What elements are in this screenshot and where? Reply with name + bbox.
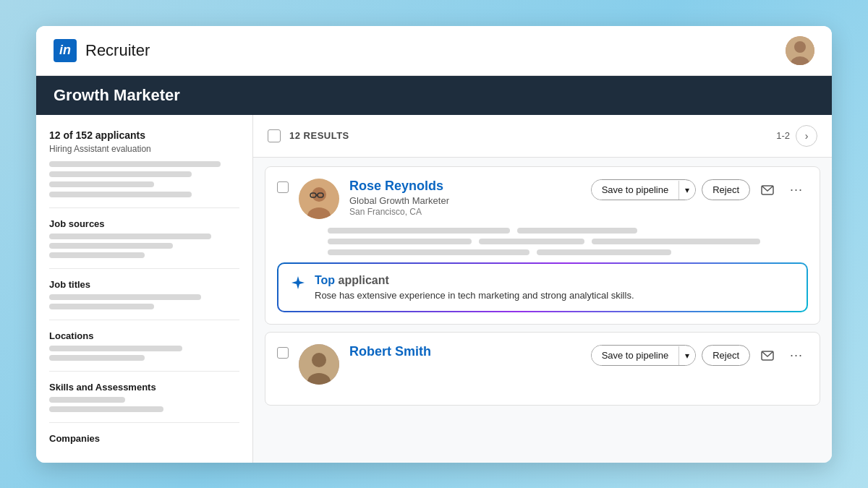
reject-button[interactable]: Reject bbox=[702, 345, 750, 366]
filter-label: Skills and Assessments bbox=[49, 382, 239, 393]
candidate-info: Robert Smith bbox=[349, 344, 581, 359]
reject-button[interactable]: Reject bbox=[702, 179, 750, 200]
content-skeleton bbox=[537, 249, 671, 255]
header-left: in Recruiter bbox=[54, 39, 150, 62]
save-to-pipeline-button[interactable]: Save to pipeline ▾ bbox=[591, 345, 697, 366]
save-pipeline-dropdown[interactable]: ▾ bbox=[678, 346, 695, 365]
svg-point-4 bbox=[312, 187, 326, 202]
candidates-list: Rose Reynolds Global Growth Marketer San… bbox=[253, 158, 832, 414]
skeleton-bar bbox=[49, 171, 192, 177]
applicants-count: 12 of 152 applicants bbox=[49, 129, 239, 141]
candidate-name[interactable]: Rose Reynolds bbox=[349, 179, 581, 194]
results-count: 12 RESULTS bbox=[289, 130, 349, 141]
filter-skeleton bbox=[49, 355, 145, 361]
sidebar-divider bbox=[49, 207, 239, 208]
svg-point-1 bbox=[794, 41, 806, 53]
filter-job-titles: Job titles bbox=[49, 279, 239, 309]
sidebar-divider bbox=[49, 320, 239, 320]
top-word: Top bbox=[315, 274, 335, 286]
results-bar: 12 RESULTS 1-2 › bbox=[253, 115, 832, 158]
hiring-assistant-label: Hiring Assistant evaluation bbox=[49, 144, 239, 154]
filter-skeleton bbox=[49, 243, 173, 249]
applicant-word: applicant bbox=[335, 274, 389, 286]
pagination-next-button[interactable]: › bbox=[796, 125, 817, 147]
filter-locations: Locations bbox=[49, 330, 239, 361]
skeleton-bar bbox=[49, 181, 154, 187]
more-options-button[interactable]: ··· bbox=[785, 179, 808, 202]
save-to-pipeline-button[interactable]: Save to pipeline ▾ bbox=[591, 179, 697, 200]
filter-skills: Skills and Assessments bbox=[49, 382, 239, 412]
content-skeleton bbox=[328, 228, 510, 234]
filter-skeleton bbox=[49, 406, 163, 412]
top-applicant-description: Rose has extensive experience in tech ma… bbox=[315, 290, 634, 301]
header: in Recruiter bbox=[36, 26, 832, 76]
results-right: 1-2 › bbox=[776, 125, 817, 147]
content-area: 12 RESULTS 1-2 › bbox=[253, 115, 832, 463]
sidebar-divider bbox=[49, 371, 239, 372]
job-title: Growth Marketer bbox=[54, 86, 180, 104]
filter-companies: Companies bbox=[49, 433, 239, 444]
content-skeleton bbox=[592, 239, 760, 244]
top-applicant-title: Top applicant bbox=[315, 274, 634, 287]
skeleton-bar bbox=[49, 192, 192, 197]
candidate-actions: Save to pipeline ▾ Reject bbox=[591, 179, 808, 202]
job-bar: Growth Marketer bbox=[36, 76, 832, 115]
top-applicant-content: Top applicant Rose has extensive experie… bbox=[315, 274, 634, 301]
email-button[interactable] bbox=[756, 179, 779, 202]
candidate-checkbox[interactable] bbox=[277, 347, 289, 359]
filter-label: Locations bbox=[49, 330, 239, 341]
filter-label: Job titles bbox=[49, 279, 239, 290]
app-title: Recruiter bbox=[85, 41, 150, 60]
content-skeleton bbox=[517, 228, 637, 234]
select-all-checkbox[interactable] bbox=[268, 129, 281, 142]
candidate-role: Global Growth Marketer bbox=[349, 195, 581, 206]
candidate-header: Robert Smith Save to pipeline ▾ Reject bbox=[277, 344, 808, 385]
save-pipeline-main[interactable]: Save to pipeline bbox=[592, 346, 679, 365]
filter-label: Job sources bbox=[49, 218, 239, 229]
filter-skeleton bbox=[49, 252, 145, 258]
content-skeleton bbox=[479, 239, 584, 244]
filter-skeleton bbox=[49, 234, 211, 239]
filter-skeleton bbox=[49, 397, 125, 403]
save-pipeline-dropdown[interactable]: ▾ bbox=[678, 181, 695, 200]
email-button[interactable] bbox=[756, 344, 779, 367]
candidate-avatar bbox=[299, 344, 339, 385]
svg-point-11 bbox=[312, 353, 326, 367]
sidebar: 12 of 152 applicants Hiring Assistant ev… bbox=[36, 115, 253, 463]
content-skeleton bbox=[328, 239, 472, 244]
app-window: in Recruiter Growth Marketer 12 of 152 a… bbox=[36, 26, 832, 463]
candidate-card: Robert Smith Save to pipeline ▾ Reject bbox=[265, 332, 820, 406]
user-avatar[interactable] bbox=[786, 36, 814, 65]
filter-skeleton bbox=[49, 304, 154, 309]
sidebar-divider bbox=[49, 268, 239, 269]
top-applicant-icon bbox=[290, 275, 306, 295]
top-applicant-box: Top applicant Rose has extensive experie… bbox=[277, 262, 808, 312]
more-options-button[interactable]: ··· bbox=[785, 344, 808, 367]
candidate-checkbox[interactable] bbox=[277, 181, 289, 193]
main-layout: 12 of 152 applicants Hiring Assistant ev… bbox=[36, 115, 832, 463]
skeleton-bar bbox=[49, 161, 221, 167]
content-skeleton bbox=[328, 249, 529, 255]
chevron-right-icon: › bbox=[805, 130, 809, 142]
candidate-card: Rose Reynolds Global Growth Marketer San… bbox=[265, 166, 820, 325]
candidate-location: San Francisco, CA bbox=[349, 207, 581, 217]
filter-skeleton bbox=[49, 294, 201, 300]
filter-label: Companies bbox=[49, 433, 239, 444]
candidate-header: Rose Reynolds Global Growth Marketer San… bbox=[277, 179, 808, 219]
linkedin-logo: in bbox=[54, 39, 77, 62]
save-pipeline-main[interactable]: Save to pipeline bbox=[592, 180, 679, 200]
candidate-actions: Save to pipeline ▾ Reject bbox=[591, 344, 808, 367]
filter-job-sources: Job sources bbox=[49, 218, 239, 258]
filter-skeleton bbox=[49, 346, 182, 351]
results-left: 12 RESULTS bbox=[268, 129, 349, 142]
pagination-text: 1-2 bbox=[776, 130, 790, 141]
candidate-info: Rose Reynolds Global Growth Marketer San… bbox=[349, 179, 581, 217]
candidate-avatar bbox=[299, 179, 339, 219]
candidate-name[interactable]: Robert Smith bbox=[349, 344, 581, 359]
sidebar-divider bbox=[49, 422, 239, 423]
